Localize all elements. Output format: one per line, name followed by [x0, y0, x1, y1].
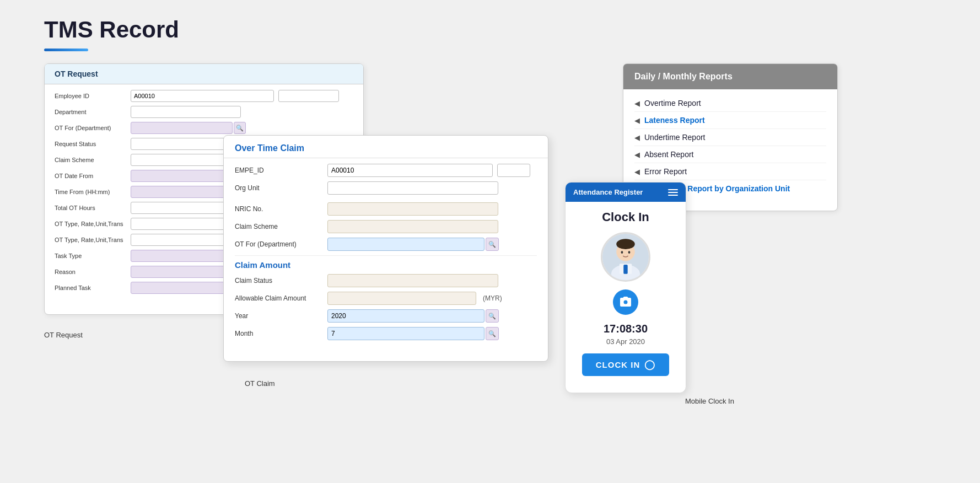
- page-title: TMS Record: [44, 17, 179, 43]
- clock-in-button[interactable]: CLOCK IN ◯: [582, 353, 669, 376]
- avatar-image: [602, 232, 649, 282]
- ot-claim-panel: Over Time Claim EMPE_ID Org Unit NRIC No…: [223, 135, 548, 362]
- ot-request-caption: OT Request: [44, 331, 83, 339]
- svg-point-7: [628, 251, 631, 254]
- mobile-clock-header: Attendance Register: [566, 183, 686, 202]
- report-item-absent[interactable]: ◀ Absent Report: [634, 146, 826, 163]
- label-request-status: Request Status: [55, 141, 126, 147]
- claim-row-empe-id: EMPE_ID: [235, 164, 537, 177]
- label-ot-date-from: OT Date From: [55, 173, 126, 179]
- avatar: [601, 232, 650, 282]
- claim-month-btn[interactable]: 🔍: [486, 327, 499, 340]
- claim-row-allowable: Allowable Claim Amount (MYR): [235, 292, 537, 305]
- report-label-error: Error Report: [644, 167, 687, 176]
- input-ot-for-dept[interactable]: [131, 122, 233, 134]
- label-ot-for-dept: OT For (Department): [55, 125, 126, 131]
- form-row-ot-for-dept: OT For (Department) 🔍: [55, 122, 353, 134]
- claim-label-org-unit: Org Unit: [235, 184, 323, 192]
- mobile-clock-caption: Mobile Clock In: [685, 397, 734, 405]
- report-label-overtime: Overtime Report: [644, 99, 701, 108]
- claim-row-nric: NRIC No.: [235, 202, 537, 216]
- ot-dept-input-group: 🔍: [131, 122, 246, 134]
- claim-label-claim-scheme: Claim Scheme: [235, 223, 323, 230]
- fingerprint-icon: ◯: [644, 359, 655, 371]
- input-department[interactable]: [131, 106, 241, 118]
- claim-year-group: 🔍: [327, 309, 499, 323]
- report-item-error[interactable]: ◀ Error Report: [634, 163, 826, 180]
- mobile-clock-panel: Attendance Register Clock In: [565, 182, 686, 393]
- label-ot-type-1: OT Type, Rate,Unit,Trans: [55, 221, 126, 227]
- arrow-lateness: ◀: [634, 116, 640, 125]
- input-employee-id[interactable]: [131, 90, 274, 102]
- myr-label: (MYR): [483, 294, 502, 302]
- svg-point-6: [621, 251, 623, 254]
- claim-input-claim-status[interactable]: [327, 274, 498, 287]
- label-department: Department: [55, 109, 126, 115]
- camera-icon: [619, 296, 632, 309]
- claim-label-empe-id: EMPE_ID: [235, 167, 323, 174]
- input-ot-date-from[interactable]: [131, 170, 233, 182]
- report-item-overtime[interactable]: ◀ Overtime Report: [634, 95, 826, 112]
- claim-ot-dept-btn[interactable]: 🔍: [486, 238, 499, 251]
- clock-in-btn-label: CLOCK IN: [596, 360, 640, 369]
- input-employee-id-2[interactable]: [278, 90, 339, 102]
- report-item-undertime[interactable]: ◀ Undertime Report: [634, 129, 826, 146]
- claim-input-claim-scheme[interactable]: [327, 220, 498, 233]
- ot-claim-body: EMPE_ID Org Unit NRIC No. Claim Scheme O…: [224, 158, 548, 350]
- label-reason: Reason: [55, 269, 126, 275]
- claim-ot-dept-group: 🔍: [327, 238, 499, 251]
- input-planned-task[interactable]: [131, 282, 238, 294]
- claim-amount-title: Claim Amount: [235, 260, 537, 270]
- clock-date: 03 Apr 2020: [571, 337, 680, 346]
- ot-request-header: OT Request: [45, 64, 363, 84]
- claim-row-month: Month 🔍: [235, 327, 537, 340]
- arrow-overtime: ◀: [634, 99, 640, 108]
- ot-dept-btn[interactable]: 🔍: [234, 122, 246, 134]
- claim-row-claim-status: Claim Status: [235, 274, 537, 287]
- label-employee-id: Employee ID: [55, 93, 126, 99]
- svg-rect-3: [623, 265, 627, 274]
- claim-input-org-unit[interactable]: [327, 181, 498, 195]
- clock-time: 17:08:30: [571, 323, 680, 335]
- report-item-lateness[interactable]: ◀ Lateness Report: [634, 112, 826, 129]
- mobile-clock-body: Clock In: [566, 202, 686, 384]
- arrow-absent: ◀: [634, 151, 640, 159]
- claim-input-nric[interactable]: [327, 202, 498, 216]
- arrow-error: ◀: [634, 168, 640, 176]
- claim-input-month[interactable]: [327, 327, 484, 340]
- claim-row-year: Year 🔍: [235, 309, 537, 323]
- ot-claim-caption: OT Claim: [245, 379, 275, 388]
- form-row-department: Department: [55, 106, 353, 118]
- camera-button[interactable]: [613, 289, 638, 315]
- claim-label-month: Month: [235, 330, 323, 337]
- claim-label-year: Year: [235, 312, 323, 320]
- label-task-type: Task Type: [55, 253, 126, 259]
- arrow-undertime: ◀: [634, 133, 640, 142]
- claim-input-empe-id-2[interactable]: [497, 164, 530, 177]
- claim-input-ot-for-dept[interactable]: [327, 238, 484, 251]
- claim-input-empe-id[interactable]: [327, 164, 493, 177]
- mobile-menu-icon[interactable]: [668, 189, 678, 196]
- claim-input-allowable[interactable]: [327, 292, 476, 305]
- claim-row-claim-scheme: Claim Scheme: [235, 220, 537, 233]
- report-label-absent: Absent Report: [644, 150, 694, 159]
- claim-label-allowable: Allowable Claim Amount: [235, 294, 323, 302]
- label-time-from: Time From (HH:mm): [55, 189, 126, 195]
- label-planned-task: Planned Task: [55, 285, 126, 291]
- mobile-clock-header-title: Attendance Register: [573, 188, 643, 196]
- svg-point-5: [616, 239, 635, 249]
- title-underline: [44, 49, 88, 51]
- report-label-undertime: Undertime Report: [644, 133, 706, 142]
- input-task-type[interactable]: [131, 250, 238, 262]
- report-label-lateness: Lateness Report: [644, 116, 705, 125]
- label-ot-type-2: OT Type, Rate,Unit,Trans: [55, 237, 126, 243]
- ot-claim-title: Over Time Claim: [224, 136, 548, 158]
- claim-year-btn[interactable]: 🔍: [486, 309, 499, 323]
- clock-in-title: Clock In: [571, 210, 680, 224]
- claim-input-year[interactable]: [327, 309, 484, 323]
- label-claim-scheme: Claim Scheme: [55, 157, 126, 163]
- claim-label-claim-status: Claim Status: [235, 277, 323, 285]
- claim-label-nric: NRIC No.: [235, 205, 323, 213]
- input-time-from[interactable]: [131, 186, 233, 198]
- input-reason[interactable]: [131, 266, 238, 278]
